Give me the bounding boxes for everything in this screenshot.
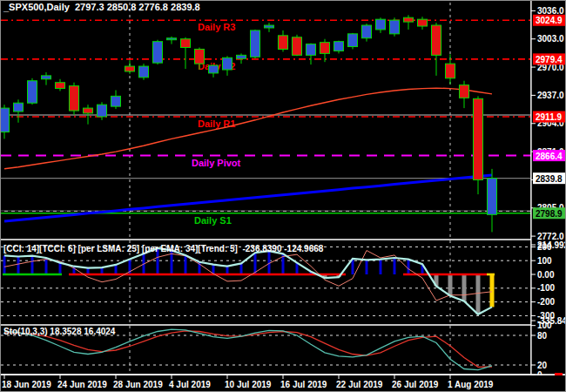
cci-histogram-bar [476,274,481,314]
cci-axis-label: -100 [537,283,555,293]
candle-body [320,43,330,54]
candle-body [418,19,428,26]
cci-histogram-bar [408,260,410,274]
stoch-axis-label: 20 [537,361,548,370]
candle-body [265,25,274,28]
cci-histogram-bar [3,255,6,274]
price-badge-label: 3024.9 [536,16,563,25]
price-badge-label: 2839.8 [536,174,563,184]
level-label: Daily Pivot [192,158,241,168]
cci-histogram-bar [31,256,34,274]
candle-body [488,179,497,215]
candle-body [223,57,232,70]
candle-body [279,36,288,50]
price-badge-label: 2798.9 [536,209,563,219]
price-tick-label: 3003.0 [537,34,564,44]
chart-canvas[interactable]: Daily R3Daily R2Daily R1Daily PivotDaily… [1,1,565,391]
cci-histogram-bar [45,258,48,274]
candle-body [1,108,10,132]
date-label: 4 Jul 2019 [169,380,211,389]
candle-body [153,42,163,64]
date-label: 26 Jul 2019 [392,380,439,389]
date-label: 10 Jul 2019 [225,380,272,389]
chart-end-marker [555,373,563,375]
stoch-axis-label: 80 [537,331,548,341]
candle-body [293,37,302,56]
candle-body [167,38,177,40]
candle-body [195,49,205,64]
candle-body [446,64,455,78]
cci-histogram-bar [115,265,118,274]
candle-body [432,25,441,55]
cci-histogram-bar [185,255,187,274]
candle-body [98,105,107,117]
candle-body [125,66,135,71]
date-label: 28 Jun 2019 [113,380,163,389]
date-label: 16 Jul 2019 [280,380,327,389]
date-label: 22 Jul 2019 [336,380,383,389]
candle-body [251,30,260,57]
cci-histogram-bar [448,274,453,295]
candle-body [474,98,483,179]
candle-body [209,65,219,73]
chart-window: Daily R3Daily R2Daily R1Daily PivotDaily… [0,0,566,392]
cci-histogram-bar [394,258,396,274]
candle-body [390,20,400,34]
date-label: 18 Jun 2019 [2,380,51,389]
candle-body [28,81,37,103]
cci-histogram-bar [226,267,229,274]
candle-body [460,85,469,98]
cci-histogram-bar [157,248,159,274]
candle-body [70,86,79,111]
date-label: 1 Aug 2019 [448,380,494,389]
cci-histogram-bar [254,253,257,274]
cci-histogram-bar [17,256,20,274]
cci-axis-label: 100 [537,256,552,266]
candle-body [111,96,121,106]
cci-axis-label: 200 [537,242,552,252]
candle-body [42,76,51,79]
level-label: Daily S1 [194,215,232,226]
price-badge-label: 2911.9 [536,112,562,122]
cci-histogram-bar [366,260,368,274]
cci-histogram-bar [490,274,495,307]
cci-histogram-bar [380,260,382,274]
candle-body [334,42,344,51]
date-label: 24 Jun 2019 [57,380,107,389]
cci-histogram-bar [240,263,243,274]
price-tick-label: 3036.0 [537,6,564,16]
candle-body [181,39,191,48]
candle-body [84,108,93,113]
candle-body [237,55,246,58]
level-label: Daily R3 [198,22,235,32]
cci-axis-label: 0.00 [537,270,555,280]
cci-histogram-bar [59,263,62,274]
candle-body [56,83,65,89]
candle-body [404,17,414,22]
ma-slow-line [4,175,492,221]
cci-main-line [4,248,492,314]
candle-body [14,103,24,112]
price-badge-label: 2866.4 [536,152,563,161]
candle-body [348,34,358,47]
candle-body [139,66,149,78]
candle-body [362,25,372,38]
price-tick-label: 2937.0 [537,91,564,100]
candle-body [376,19,386,30]
level-label: Daily R1 [198,118,235,129]
cci-histogram-bar [296,263,299,274]
price-badge-label: 2979.4 [536,55,563,64]
cci-histogram-bar [462,274,467,301]
stoch-axis-label: 100 [537,321,552,330]
cci-axis-label: -200 [537,297,555,307]
candle-body [307,44,316,56]
